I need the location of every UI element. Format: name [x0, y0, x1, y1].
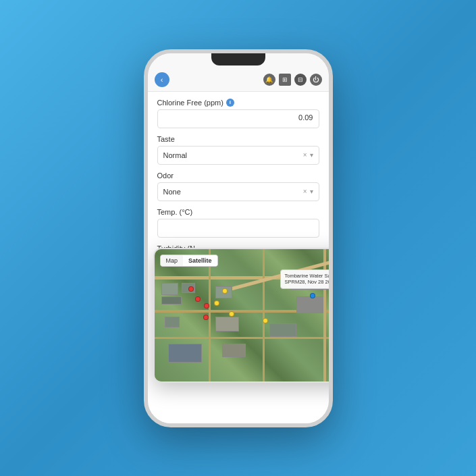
taste-group: Taste Normal × ▾ [157, 135, 319, 165]
map-tab-satellite[interactable]: Satellite [183, 255, 217, 266]
chlorine-info-icon[interactable]: i [226, 99, 234, 107]
building-11 [296, 296, 323, 313]
map-marker-yellow-3[interactable] [229, 311, 234, 317]
building-3 [161, 296, 182, 305]
taste-controls: × ▾ [303, 151, 313, 159]
map-marker-red-3[interactable] [204, 303, 209, 309]
map-tooltip: Tombarine Water Sample - SAM T2: SPRM28,… [280, 269, 333, 290]
map-marker-blue-1[interactable] [310, 293, 315, 298]
odor-dropdown-icon[interactable]: ▾ [310, 188, 313, 195]
building-4 [165, 317, 180, 327]
chlorine-free-group: Chlorine Free (ppm) i 0.09 [157, 99, 319, 128]
back-button[interactable]: ‹ [155, 72, 169, 87]
taste-dropdown-icon[interactable]: ▾ [310, 151, 313, 159]
menu-icon[interactable]: ⊟ [294, 74, 307, 86]
map-marker-red-2[interactable] [195, 296, 201, 302]
map-marker-yellow-4[interactable] [263, 318, 268, 323]
map-marker-red-4[interactable] [203, 315, 209, 320]
taste-label: Taste [157, 135, 319, 143]
odor-label: Odor [157, 171, 319, 180]
taste-select[interactable]: Normal × ▾ [157, 146, 319, 165]
map-marker-yellow-1[interactable] [222, 288, 228, 294]
odor-select[interactable]: None × ▾ [157, 182, 319, 201]
map-popup: Map Satellite [153, 248, 333, 383]
map-marker-yellow-2[interactable] [214, 300, 219, 306]
taste-clear-icon[interactable]: × [303, 151, 307, 159]
building-9 [222, 344, 246, 357]
road-v-1 [209, 249, 211, 381]
road-h-3 [155, 337, 333, 339]
building-7 [269, 323, 296, 337]
road-v-2 [263, 249, 265, 381]
map-area: Tombarine Water Sample - SAM T2: SPRM28,… [155, 249, 333, 381]
map-tab-map[interactable]: Map [161, 255, 184, 266]
satellite-background [155, 249, 333, 381]
phone-frame: ‹ 🔔 ⊞ ⊟ ⏻ Chlorine Free (ppm) i 0.09 Tas… [144, 49, 333, 427]
building-8 [168, 344, 202, 363]
temp-group: Temp. (°C) [157, 208, 319, 238]
odor-controls: × ▾ [303, 188, 313, 195]
grid-icon[interactable]: ⊞ [279, 74, 291, 86]
odor-value: None [163, 188, 181, 196]
building-12 [330, 317, 333, 344]
taste-value: Normal [163, 151, 187, 159]
phone-notch [211, 53, 265, 65]
temp-label: Temp. (°C) [157, 208, 319, 216]
building-5 [215, 317, 239, 332]
building-1 [161, 283, 178, 295]
notification-icon[interactable]: 🔔 [263, 74, 275, 86]
map-marker-red-1[interactable] [188, 286, 194, 292]
power-icon[interactable]: ⏻ [310, 74, 322, 86]
map-tabs: Map Satellite [160, 255, 218, 267]
nav-icons: 🔔 ⊞ ⊟ ⏻ [263, 74, 322, 86]
odor-group: Odor None × ▾ [157, 171, 319, 201]
temp-input[interactable] [157, 219, 319, 238]
odor-clear-icon[interactable]: × [303, 188, 307, 195]
chlorine-free-input[interactable]: 0.09 [157, 109, 319, 128]
chlorine-free-label: Chlorine Free (ppm) i [157, 99, 319, 107]
